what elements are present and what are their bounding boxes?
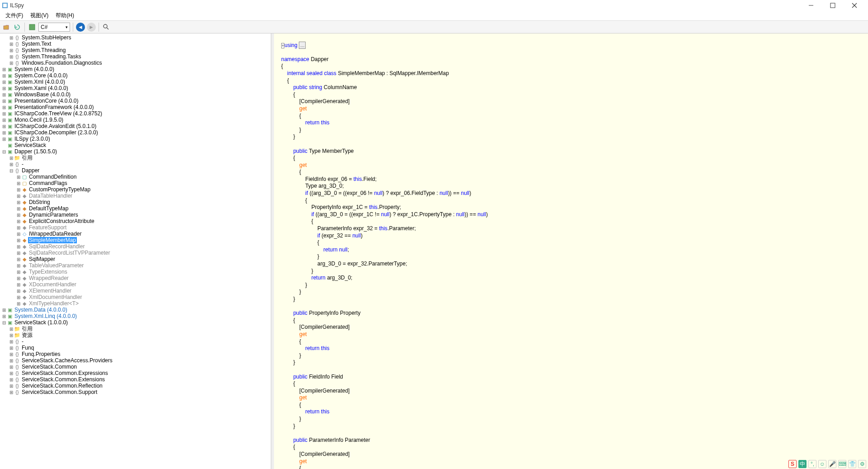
node-label[interactable]: DataTableHandler: [28, 193, 73, 199]
expand-icon[interactable]: ⊞: [9, 162, 14, 167]
tree-node[interactable]: ⊞📁资源: [0, 332, 271, 338]
tree-node[interactable]: ⊞▣System.Xaml (4.0.0.0): [0, 85, 271, 91]
expand-icon[interactable]: ⊞: [16, 213, 21, 218]
expand-icon[interactable]: ⊞: [9, 54, 14, 59]
node-label[interactable]: System.Xml.Linq (4.0.0.0): [14, 313, 78, 319]
node-label[interactable]: System.StubHelpers: [21, 34, 72, 41]
tree-node[interactable]: ⊞▣System.Xml.Linq (4.0.0.0): [0, 313, 271, 319]
expand-icon[interactable]: ⊞: [9, 48, 14, 53]
expand-icon[interactable]: ⊞: [2, 130, 6, 135]
expand-icon[interactable]: ⊞: [9, 327, 14, 332]
expand-icon[interactable]: ⊞: [2, 73, 6, 78]
expand-icon[interactable]: ⊞: [9, 390, 14, 395]
tree-node[interactable]: ⊞▣System.Xml (4.0.0.0): [0, 79, 271, 85]
node-label[interactable]: ILSpy (2.3.0.0): [14, 136, 51, 142]
node-label[interactable]: Dapper: [21, 167, 40, 174]
node-label[interactable]: ServiceStack.Common.Support: [21, 389, 98, 395]
tree-node[interactable]: ⊞{}-: [0, 338, 271, 345]
ime-emoji-icon[interactable]: ☺: [818, 460, 826, 468]
assembly-list-button[interactable]: [28, 23, 37, 32]
expand-icon[interactable]: ⊞: [2, 67, 6, 72]
minimize-button[interactable]: [803, 1, 819, 10]
node-label[interactable]: ServiceStack.Common: [21, 364, 78, 370]
node-label[interactable]: IWrappedDataReader: [28, 231, 83, 237]
node-label[interactable]: WindowsBase (4.0.0.0): [14, 91, 71, 98]
tree-node[interactable]: ⊞▣WindowsBase (4.0.0.0): [0, 91, 271, 98]
tree-node[interactable]: ⊞{}Funq: [0, 345, 271, 351]
expand-icon[interactable]: ⊞: [9, 352, 14, 357]
tree-node[interactable]: ⊞{}ServiceStack.Common.Support: [0, 389, 271, 395]
expand-icon[interactable]: ⊞: [2, 308, 6, 313]
expand-icon[interactable]: ⊞: [16, 276, 21, 281]
tree-node[interactable]: ⊞📁引用: [0, 155, 271, 161]
expand-icon[interactable]: ⊞: [9, 156, 14, 161]
ime-tool-icon[interactable]: ⚙: [858, 460, 866, 468]
tree-node[interactable]: ⊞◆SqlMapper: [0, 256, 271, 262]
tree-node[interactable]: ⊞▣ICSharpCode.AvalonEdit (5.0.1.0): [0, 123, 271, 129]
tree-node[interactable]: ⊟▣Dapper (1.50.5.0): [0, 148, 271, 155]
expand-icon[interactable]: ⊟: [2, 149, 6, 154]
node-label[interactable]: System (4.0.0.0): [14, 66, 55, 72]
tree-node[interactable]: ⊞▣ICSharpCode.TreeView (4.2.0.8752): [0, 110, 271, 117]
expand-icon[interactable]: ⊞: [16, 289, 21, 294]
node-label[interactable]: XmlDocumentHandler: [28, 294, 83, 300]
tree-node[interactable]: ▣ServiceStack: [0, 142, 271, 148]
node-label[interactable]: ServiceStack.Common.Reflection: [21, 383, 104, 389]
node-label[interactable]: DefaultTypeMap: [28, 205, 69, 212]
node-label[interactable]: System.Text: [21, 41, 52, 47]
tree-node[interactable]: ⊞◆DbString: [0, 199, 271, 205]
node-label[interactable]: ServiceStack.CacheAccess.Providers: [21, 357, 113, 364]
expand-icon[interactable]: ⊞: [16, 225, 21, 230]
tree-node[interactable]: ⊞▣System.Core (4.0.0.0): [0, 72, 271, 79]
tree-node[interactable]: ⊞{}System.Threading: [0, 47, 271, 53]
menu-file[interactable]: 文件(F): [2, 11, 27, 20]
node-label[interactable]: ServiceStack.Common.Expressions: [21, 370, 109, 376]
tree-node[interactable]: ⊞◆FeatureSupport: [0, 224, 271, 231]
node-label[interactable]: Dapper (1.50.5.0): [14, 148, 58, 155]
expand-icon[interactable]: ⊞: [16, 263, 21, 268]
tree-node[interactable]: ⊞◆ExplicitConstructorAttribute: [0, 218, 271, 224]
tree-node[interactable]: ⊞{}ServiceStack.Common: [0, 364, 271, 370]
expand-icon[interactable]: ⊞: [9, 371, 14, 376]
tree-node[interactable]: ⊞◆TableValuedParameter: [0, 262, 271, 269]
expand-icon[interactable]: ⊞: [16, 187, 21, 192]
node-label[interactable]: ICSharpCode.Decompiler (2.3.0.0): [14, 129, 99, 136]
ime-punct-icon[interactable]: °,: [808, 460, 816, 468]
expand-icon[interactable]: ⊞: [9, 384, 14, 388]
tree-node[interactable]: ⊞▢CommandDefinition: [0, 174, 271, 180]
node-label[interactable]: System.Threading: [21, 47, 66, 53]
expand-icon[interactable]: ⊞: [2, 99, 6, 104]
tree-node[interactable]: ⊞▣ILSpy (2.3.0.0): [0, 136, 271, 142]
expand-icon[interactable]: ⊞: [16, 175, 21, 180]
node-label[interactable]: CommandDefinition: [28, 174, 77, 180]
tree-node[interactable]: ⊟{}Dapper: [0, 167, 271, 174]
tree-node[interactable]: ⊞{}System.Threading.Tasks: [0, 53, 271, 60]
expand-icon[interactable]: ⊟: [2, 320, 6, 325]
nav-forward-button[interactable]: ►: [87, 23, 96, 32]
node-label[interactable]: ICSharpCode.AvalonEdit (5.0.1.0): [14, 123, 97, 129]
tree-node[interactable]: ⊞{}Windows.Foundation.Diagnostics: [0, 60, 271, 66]
tree-node[interactable]: ⊟▣ServiceStack (1.0.0.0): [0, 319, 271, 326]
close-button[interactable]: [846, 1, 863, 10]
ime-logo-icon[interactable]: S: [788, 460, 797, 468]
node-label[interactable]: XDocumentHandler: [28, 281, 77, 288]
maximize-button[interactable]: [825, 1, 841, 10]
tree-node[interactable]: ⊞◆TypeExtensions: [0, 269, 271, 275]
menu-help[interactable]: 帮助(H): [52, 11, 78, 20]
tree-node[interactable]: ⊞◆SqlDataRecordHandler: [0, 243, 271, 250]
node-label[interactable]: DbString: [28, 199, 51, 205]
menu-view[interactable]: 视图(V): [27, 11, 52, 20]
tree-node[interactable]: ⊞{}-: [0, 161, 271, 167]
node-label[interactable]: 引用: [21, 154, 33, 162]
expand-icon[interactable]: ⊞: [2, 314, 6, 319]
expand-icon[interactable]: ⊟: [9, 168, 14, 173]
node-label[interactable]: SimpleMemberMap: [28, 237, 77, 243]
expand-icon[interactable]: ⊞: [16, 301, 21, 306]
node-label[interactable]: WrappedReader: [28, 275, 70, 281]
expand-icon[interactable]: ⊞: [16, 219, 21, 224]
node-label[interactable]: TypeExtensions: [28, 269, 68, 275]
ime-mic-icon[interactable]: 🎤: [828, 460, 836, 468]
ime-keyboard-icon[interactable]: ⌨: [838, 460, 846, 468]
node-label[interactable]: Mono.Cecil (1.9.5.0): [14, 117, 64, 123]
expand-icon[interactable]: ⊞: [16, 270, 21, 275]
